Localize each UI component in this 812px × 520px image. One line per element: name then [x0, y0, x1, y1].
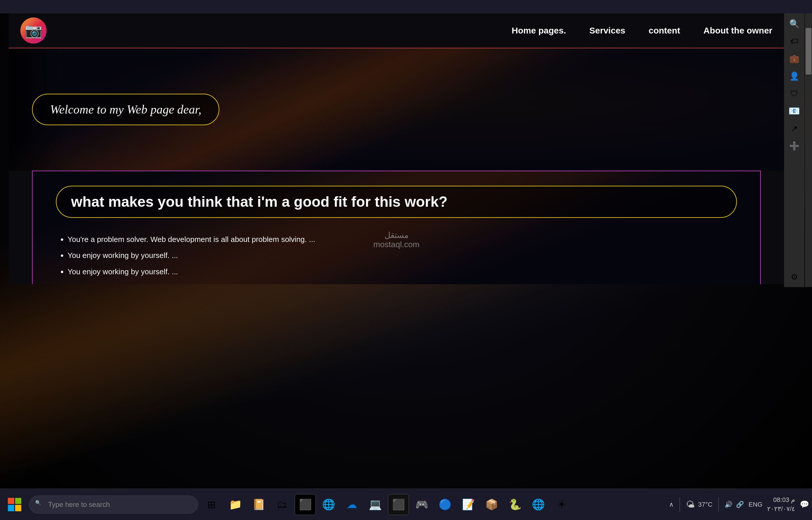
taskbar-app-file[interactable]: 🗂 [272, 494, 293, 515]
taskbar-app-py[interactable]: 🐍 [504, 494, 526, 515]
plus-icon[interactable]: ➕ [786, 138, 802, 154]
nav-link-about[interactable]: About the owner [703, 26, 772, 35]
win-q3 [8, 505, 14, 511]
nav-link-home[interactable]: Home pages. [512, 26, 566, 35]
taskbar-right: ∧ 🌤 37°C 🔊 🔗 ENG 08:03 م ٢٠٢٣/٠٧/٤ 💬 [669, 496, 809, 514]
taskbar-app-zoom[interactable]: 🔵 [435, 494, 456, 515]
notification-icon[interactable]: 💬 [800, 500, 809, 509]
taskbar-app-notes[interactable]: 📝 [458, 494, 479, 515]
tray-divider [680, 497, 680, 512]
nav-link-content[interactable]: content [649, 26, 680, 35]
briefcase-icon[interactable]: 💼 [786, 51, 802, 67]
arrow-icon[interactable]: ↗ [786, 121, 802, 136]
taskbar-app-network[interactable]: 🌐 [528, 494, 549, 515]
weather-icon: 🌤 [686, 500, 695, 510]
task-view-button[interactable]: ⊞ [201, 494, 222, 515]
gear-icon[interactable]: ⚙ [786, 269, 802, 285]
list-item: You know how to listen. ... [68, 281, 737, 284]
taskbar-app-weather[interactable]: ☀ [551, 494, 572, 515]
list-item: You enjoy working by yourself. ... [68, 249, 737, 263]
taskbar-apps: 📁 📔 🗂 ⬛ 🌐 ☁ 💻 ⬛ 🎮 🔵 📝 📦 🐍 🌐 ☀ [225, 494, 572, 515]
taskbar: 🔍 Type here to search ⊞ 📁 📔 🗂 ⬛ 🌐 ☁ 💻 ⬛ … [0, 489, 812, 520]
windows-logo [8, 498, 21, 511]
search-icon[interactable]: 🔍 [786, 16, 802, 31]
taskbar-app-onedrive[interactable]: ☁ [341, 494, 362, 515]
section-heading-box: what makes you think that i'm a good fit… [56, 186, 737, 218]
taskbar-app-black[interactable]: ⬛ [295, 494, 316, 515]
temperature-text: 37°C [698, 501, 712, 509]
volume-icon[interactable]: 🔊 [725, 501, 733, 509]
nav-logo[interactable]: 📷 [20, 18, 47, 44]
welcome-text: Welcome to my Web page dear, [50, 103, 201, 116]
shield-icon[interactable]: 🛡 [786, 86, 802, 101]
taskbar-app-black2[interactable]: ⬛ [388, 494, 409, 515]
win-q4 [15, 505, 22, 511]
tag-icon[interactable]: 🏷 [786, 33, 802, 49]
network-icon[interactable]: 🔗 [736, 501, 744, 509]
section-heading: what makes you think that i'm a good fit… [71, 193, 448, 210]
clock-time: 08:03 م [767, 496, 795, 504]
win-q2 [15, 498, 22, 504]
taskbar-app-explorer[interactable]: 📁 [225, 494, 246, 515]
instagram-icon: 📷 [25, 22, 42, 39]
site-nav: 📷 Home pages. Services content About the… [9, 14, 784, 48]
system-tray: ∧ 🌤 37°C 🔊 🔗 [669, 497, 744, 512]
clock-date: ٢٠٢٣/٠٧/٤ [767, 504, 795, 514]
taskbar-app-edge[interactable]: 🌐 [318, 494, 339, 515]
chevron-up-icon[interactable]: ∧ [669, 501, 674, 509]
browser-sidebar-extensions: 🔍 🏷 💼 👤 🛡 📧 ↗ ➕ ⚙ [784, 14, 805, 287]
win-q1 [8, 498, 14, 504]
person-icon[interactable]: 👤 [786, 68, 802, 84]
search-icon: 🔍 [35, 500, 45, 509]
content-section: what makes you think that i'm a good fit… [32, 171, 761, 284]
taskbar-app-browser[interactable]: 📦 [481, 494, 502, 515]
outlook-icon[interactable]: 📧 [786, 103, 802, 119]
browser-bar [0, 0, 812, 14]
watermark-latin: mostaql.com [373, 240, 420, 249]
taskbar-app-game[interactable]: 🎮 [411, 494, 432, 515]
welcome-box: Welcome to my Web page dear, [32, 94, 219, 125]
scrollbar[interactable] [805, 14, 812, 287]
taskbar-app-onenote[interactable]: 📔 [248, 494, 269, 515]
taskbar-app-terminal[interactable]: 💻 [365, 494, 386, 515]
hero-section: Welcome to my Web page dear, [9, 48, 784, 171]
language-indicator[interactable]: ENG [748, 501, 762, 509]
browser-content: 📷 Home pages. Services content About the… [9, 14, 784, 284]
nav-links: Home pages. Services content About the o… [512, 26, 772, 35]
watermark-arabic: مستقل [373, 230, 420, 240]
scrollbar-thumb[interactable] [806, 28, 811, 75]
search-placeholder: Type here to search [48, 500, 110, 509]
tray-divider2 [718, 497, 719, 512]
list-item: You enjoy working by yourself. ... [68, 265, 737, 279]
taskbar-clock[interactable]: 08:03 م ٢٠٢٣/٠٧/٤ [767, 496, 795, 514]
taskbar-search-box[interactable]: 🔍 Type here to search [29, 496, 198, 514]
windows-start-button[interactable] [3, 493, 26, 516]
nav-link-services[interactable]: Services [589, 26, 625, 35]
watermark: مستقل mostaql.com [373, 230, 420, 249]
